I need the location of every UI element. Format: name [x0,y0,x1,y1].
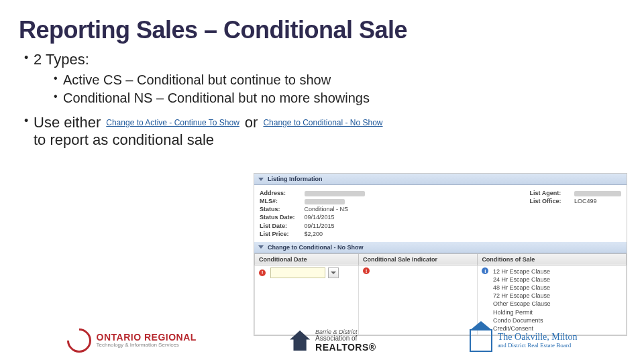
value-list-office: LOC499 [574,198,597,204]
condition-option[interactable]: Holding Permit [493,308,551,316]
types-heading-text: 2 Types: [34,51,89,68]
logo-ontario-line2: Technology & Information Services [97,343,197,348]
label-list-office: List Office: [529,197,572,205]
logo-oakville-milton: The Oakville, Milton and District Real E… [470,329,578,352]
slide: Reporting Sales – Conditional Sale 2 Typ… [0,0,644,362]
sub-bullet-list: Active CS – Conditional but continue to … [34,71,625,107]
logo-oakville-line1: The Oakville, Milton [498,333,578,343]
condition-option[interactable]: 48 Hr Escape Clause [493,284,551,292]
label-mls: MLS#: [260,197,303,205]
section-listing-info-title: Listing Information [268,176,323,182]
logo-oakville-line2: and District Real Estate Board [498,343,578,349]
use-either-text: Use either [34,114,101,131]
listing-info-right-col: List Agent: List Office: LOC499 [529,189,621,238]
value-address-blur [305,191,365,196]
logo-barrie-line3: REALTORS® [315,343,376,353]
footer-logos: ONTARIO REGIONAL Technology & Informatio… [0,328,644,353]
house-outline-icon [470,329,492,352]
section-change-cond-title: Change to Conditional - No Show [268,244,363,251]
bullet-list: 2 Types: Active CS – Conditional but con… [19,51,625,149]
section-listing-info-header[interactable]: Listing Information [254,174,627,185]
value-status: Conditional - NS [305,206,349,213]
collapse-icon [258,245,264,249]
label-list-date: List Date: [260,222,303,230]
bullet-use-either: Use either Change to Active - Continue T… [24,114,625,149]
cell-conditions-of-sale: i 12 Hr Escape Clause 24 Hr Escape Claus… [478,265,627,335]
label-list-agent: List Agent: [529,189,572,197]
required-icon: ! [259,269,266,276]
label-list-price: List Price: [260,230,303,238]
sub-bullet-cond-ns: Conditional NS – Conditional but no more… [54,89,625,107]
link-change-active-show[interactable]: Change to Active - Continue To Show [106,118,239,127]
required-icon: ! [363,267,370,274]
value-list-agent-blur [574,191,621,196]
bullet-types: 2 Types: Active CS – Conditional but con… [24,51,625,107]
link-change-cond-noshow[interactable]: Change to Conditional - No Show [263,118,382,127]
logo-ontario-regional: ONTARIO REGIONAL Technology & Informatio… [67,328,197,353]
value-list-date: 09/11/2015 [305,223,335,229]
cell-conditional-indicator: ! [359,265,478,335]
use-or-text: or [245,114,258,131]
cell-conditional-date: ! [255,265,359,335]
house-icon [290,330,310,351]
value-status-date: 09/14/2015 [305,214,335,221]
date-picker-icon[interactable] [328,267,339,278]
ontario-swirl-icon [62,324,96,358]
value-mls-blur [305,199,345,204]
listing-info-left-col: Address: MLS#: Status: Conditional - NS … [260,189,365,238]
collapse-icon [258,178,264,181]
condition-option[interactable]: Other Escape Clause [493,300,551,308]
value-list-price: $2,200 [305,231,323,237]
logo-ontario-line1: ONTARIO REGIONAL [97,333,197,343]
condition-option[interactable]: 72 Hr Escape Clause [493,292,551,300]
conditional-date-input[interactable] [270,267,325,278]
label-address: Address: [260,189,303,197]
listing-info-body: Address: MLS#: Status: Conditional - NS … [254,185,627,242]
condition-option[interactable]: Condo Documents [493,316,551,324]
label-status-date: Status Date: [260,213,303,221]
conditional-table: Conditional Date Conditional Sale Indica… [254,253,627,335]
label-status: Status: [260,205,303,213]
use-suffix-text: to report as conditional sale [34,131,625,149]
col-conditional-date: Conditional Date [255,253,359,265]
embedded-screenshot: Listing Information Address: MLS#: Statu… [254,173,627,336]
logo-barrie-district: Barrie & District Association of REALTOR… [290,329,376,353]
condition-option[interactable]: 12 Hr Escape Clause [493,267,551,276]
sub-bullet-active-cs: Active CS – Conditional but continue to … [54,71,625,89]
col-conditions-of-sale: Conditions of Sale [478,253,627,265]
section-change-cond-header[interactable]: Change to Conditional - No Show [254,242,627,253]
info-icon: i [482,267,488,274]
slide-title: Reporting Sales – Conditional Sale [19,16,625,44]
col-conditional-indicator: Conditional Sale Indicator [359,253,478,265]
condition-option[interactable]: 24 Hr Escape Clause [493,276,551,284]
